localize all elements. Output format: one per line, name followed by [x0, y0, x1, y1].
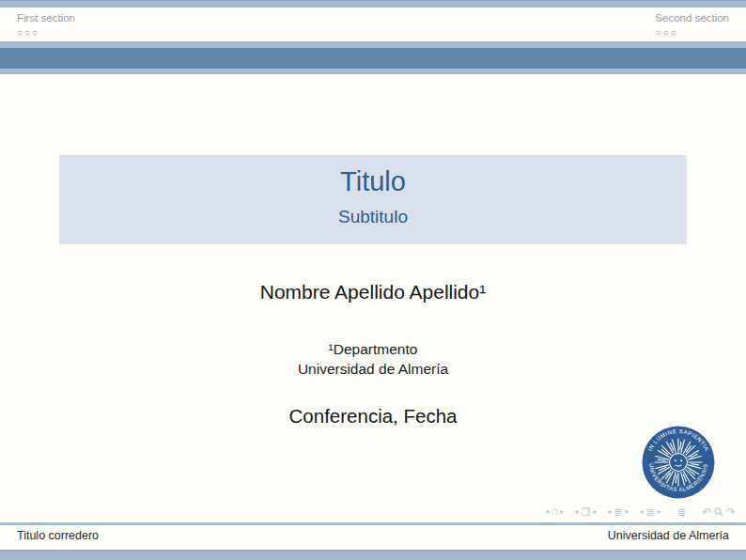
- top-decoration-bar: [0, 0, 746, 8]
- title-box: Titulo Subtitulo: [59, 155, 687, 244]
- conference-date: Conferencia, Fecha: [0, 405, 746, 428]
- section-label-second[interactable]: Second section: [655, 11, 729, 25]
- prev-subsection-icon[interactable]: ◂: [607, 506, 611, 519]
- university-seal-logo: IN LUMINE SAPIENTIA UNIVERSITAS ALMERIEN…: [642, 426, 715, 499]
- footer-institution: Universidad de Almería: [608, 529, 729, 542]
- section-icon[interactable]: ≣: [645, 506, 654, 519]
- go-back-icon[interactable]: ↶: [702, 506, 711, 519]
- search-icon[interactable]: [714, 506, 723, 519]
- slide-icon[interactable]: □: [552, 506, 557, 519]
- section-nav-second[interactable]: Second section ○○○: [655, 11, 729, 39]
- next-subsection-icon[interactable]: ▸: [625, 506, 629, 519]
- author-name: Nombre Apellido Apellido¹: [0, 281, 746, 303]
- section-label-first[interactable]: First section: [17, 11, 75, 25]
- headline-bar-bottom-stripe: [0, 69, 746, 74]
- section-nav-first[interactable]: First section ○○○: [17, 11, 75, 39]
- frame-dots-first[interactable]: ○○○: [17, 26, 75, 39]
- footer-short-title: Titulo corredero: [17, 529, 99, 542]
- headline-bar: [0, 48, 746, 69]
- appendix-icon[interactable]: ≣: [677, 506, 686, 519]
- frames-icon[interactable]: ❐: [581, 506, 590, 519]
- navigation-symbols-bar: ◂ □ ▸ ◂ ❐ ▸ ◂ ≣ ▸ ◂ ≣ ▸ ≣ ↶: [545, 506, 736, 519]
- institute-department: ¹Departmento: [0, 339, 746, 359]
- headline-bar-top-stripe: [0, 41, 746, 48]
- subsection-icon[interactable]: ≣: [614, 506, 622, 519]
- beamer-title-slide: First section ○○○ Second section ○○○ Tit…: [0, 0, 746, 560]
- next-slide-icon[interactable]: ▸: [560, 506, 564, 519]
- go-forward-icon[interactable]: ↷: [726, 506, 736, 519]
- next-section-icon[interactable]: ▸: [658, 506, 661, 519]
- prev-frame-icon[interactable]: ◂: [574, 506, 578, 519]
- prev-slide-icon[interactable]: ◂: [545, 506, 549, 519]
- bottom-decoration-bar: [0, 550, 746, 560]
- presentation-subtitle: Subtitulo: [338, 206, 408, 228]
- footer-separator-line: [0, 522, 746, 525]
- institute-block: ¹Departmento Universidad de Almería: [0, 339, 746, 379]
- prev-section-icon[interactable]: ◂: [639, 506, 643, 519]
- institute-university: Universidad de Almería: [0, 359, 746, 379]
- next-frame-icon[interactable]: ▸: [593, 506, 597, 519]
- frame-dots-second[interactable]: ○○○: [655, 26, 729, 39]
- presentation-title: Titulo: [340, 165, 406, 197]
